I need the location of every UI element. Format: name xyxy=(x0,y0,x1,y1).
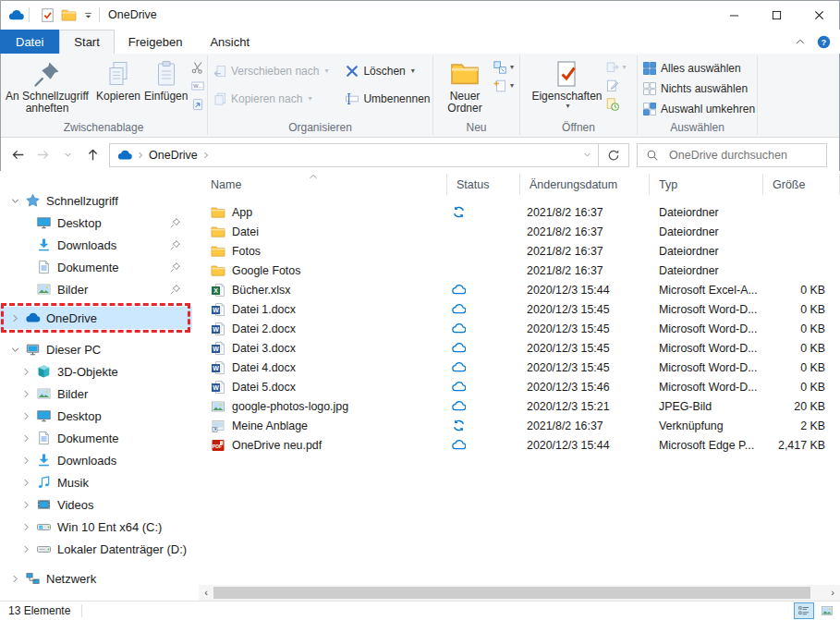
sidebar-item-3d-objekte[interactable]: 3D-Objekte xyxy=(0,360,192,383)
file-row-datei-4-docx[interactable]: WDatei 4.docx2020/12/3 15:45Microsoft Wo… xyxy=(199,358,840,377)
scroll-left-arrow[interactable]: ‹ xyxy=(199,585,213,601)
qat-new-folder-button[interactable] xyxy=(61,7,77,23)
copy-button[interactable]: Kopieren xyxy=(94,57,142,104)
sidebar-item-netzwerk[interactable]: Netzwerk xyxy=(0,567,192,590)
sidebar-item-bilder[interactable]: Bilder xyxy=(0,278,192,300)
select-none-button[interactable]: Nichts auswählen xyxy=(638,79,752,98)
sidebar-item-dokumente[interactable]: Dokumente xyxy=(0,427,192,449)
easy-access-button[interactable]: ▾ xyxy=(493,60,514,75)
minimize-button[interactable] xyxy=(712,0,755,30)
column-header-änderungsdatum[interactable]: Änderungsdatum xyxy=(519,174,649,195)
address-box[interactable]: OneDrive xyxy=(109,143,599,167)
cut-button[interactable] xyxy=(190,60,205,75)
invert-selection-button[interactable]: Auswahl umkehren xyxy=(638,100,757,118)
tab-start[interactable]: Start xyxy=(59,30,114,54)
file-row-meine-anblage[interactable]: Meine Anblage2021/8/2 16:37Verknüpfung2 … xyxy=(199,416,840,435)
search-box[interactable] xyxy=(637,143,827,167)
chevron-right-icon[interactable] xyxy=(18,389,33,399)
sidebar-item-downloads[interactable]: Downloads xyxy=(0,234,192,256)
tab-datei[interactable]: Datei xyxy=(0,30,59,54)
copy-path-button[interactable]: W... xyxy=(190,79,205,93)
open-button[interactable]: ▾ xyxy=(605,60,627,75)
chevron-right-icon[interactable] xyxy=(7,313,22,323)
column-header-größe[interactable]: Größe xyxy=(762,174,840,195)
recent-locations-button[interactable] xyxy=(55,143,80,167)
sidebar-item-bilder[interactable]: Bilder xyxy=(0,383,192,405)
sidebar-item-desktop[interactable]: Desktop xyxy=(0,405,192,427)
file-row-bücher-xlsx[interactable]: XBücher.xlsx2020/12/3 15:44Microsoft Exc… xyxy=(199,280,840,299)
scrollbar-thumb[interactable] xyxy=(213,587,810,599)
chevron-down-icon[interactable] xyxy=(7,345,22,355)
column-header-typ[interactable]: Typ xyxy=(649,174,762,195)
sidebar-item-schnellzugriff[interactable]: Schnellzugriff xyxy=(0,189,192,212)
new-item-button[interactable]: ▾ xyxy=(493,79,514,93)
breadcrumb-chevron-icon[interactable] xyxy=(201,151,211,160)
file-row-app[interactable]: App2021/8/2 16:37Dateiordner xyxy=(199,202,840,222)
view-details-button[interactable] xyxy=(794,602,814,619)
chevron-right-icon[interactable] xyxy=(18,456,33,466)
copy-to-button[interactable]: Kopieren nach ▾ xyxy=(208,89,333,109)
chevron-right-icon[interactable] xyxy=(18,500,33,510)
file-row-google-fotos[interactable]: Google Fotos2021/8/2 16:37Dateiordner xyxy=(199,261,840,280)
breadcrumb-segment[interactable]: OneDrive xyxy=(149,149,198,162)
sidebar-item-lokaler-datenträger-d[interactable]: Lokaler Datenträger (D:) xyxy=(0,538,192,560)
close-button[interactable] xyxy=(797,0,840,30)
maximize-button[interactable] xyxy=(755,0,797,30)
chevron-right-icon[interactable] xyxy=(18,433,33,444)
sidebar-item-win-10-ent-x64-c[interactable]: Win 10 Ent x64 (C:) xyxy=(0,516,192,538)
up-button[interactable] xyxy=(80,143,105,167)
tab-freigeben[interactable]: Freigeben xyxy=(115,30,197,54)
back-button[interactable] xyxy=(6,143,30,167)
pin-to-quick-access-button[interactable]: An Schnellzugriff anheften xyxy=(0,57,94,117)
chevron-right-icon[interactable] xyxy=(7,574,22,584)
open-icon xyxy=(605,60,620,75)
view-thumbnails-button[interactable] xyxy=(817,602,837,619)
sidebar-item-downloads[interactable]: Downloads xyxy=(0,449,192,471)
chevron-right-icon[interactable] xyxy=(18,544,33,554)
column-header-status[interactable]: Status xyxy=(446,174,519,195)
sidebar-item-musik[interactable]: Musik xyxy=(0,471,192,493)
chevron-right-icon[interactable] xyxy=(18,411,33,421)
file-row-onedrive-neu-pdf[interactable]: PDFOneDrive neu.pdf2020/12/3 15:44Micros… xyxy=(199,435,840,455)
sidebar-item-desktop[interactable]: Desktop xyxy=(0,212,192,234)
sidebar-item-onedrive[interactable]: OneDrive xyxy=(0,307,192,329)
qat-properties-button[interactable] xyxy=(40,7,55,23)
paste-shortcut-button[interactable] xyxy=(190,97,205,112)
forward-button[interactable] xyxy=(30,143,55,167)
collapse-ribbon-button[interactable] xyxy=(795,36,806,47)
help-button[interactable]: ? xyxy=(817,35,831,49)
sidebar-item-dokumente[interactable]: Dokumente xyxy=(0,256,192,278)
edit-button[interactable] xyxy=(605,79,620,93)
rename-button[interactable]: Umbenennen xyxy=(340,89,432,109)
file-row-datei-5-docx[interactable]: WDatei 5.docx2020/12/3 15:46Microsoft Wo… xyxy=(199,377,840,396)
tab-ansicht[interactable]: Ansicht xyxy=(196,30,263,54)
file-row-datei-1-docx[interactable]: WDatei 1.docx2020/12/3 15:45Microsoft Wo… xyxy=(199,299,840,319)
chevron-down-icon[interactable] xyxy=(7,196,22,206)
scroll-right-arrow[interactable]: › xyxy=(825,585,840,601)
history-button[interactable] xyxy=(605,97,620,112)
file-row-fotos[interactable]: Fotos2021/8/2 16:37Dateiordner xyxy=(199,241,840,261)
horizontal-scrollbar[interactable]: ‹ › xyxy=(199,585,840,601)
file-row-datei[interactable]: Datei2021/8/2 16:37Dateiordner xyxy=(199,222,840,241)
delete-button[interactable]: Löschen ▾ xyxy=(340,61,432,81)
file-row-datei-3-docx[interactable]: WDatei 3.docx2020/12/3 15:45Microsoft Wo… xyxy=(199,338,840,358)
properties-button[interactable]: Eigenschaften ▾ xyxy=(530,57,603,112)
search-input[interactable] xyxy=(667,148,818,163)
sidebar-item-videos[interactable]: Videos xyxy=(0,493,192,516)
chevron-right-icon[interactable] xyxy=(18,522,33,532)
file-row-google-photos-logo-jpg[interactable]: google-photos-logo.jpg2020/12/3 15:21JPE… xyxy=(199,396,840,416)
file-row-datei-2-docx[interactable]: WDatei 2.docx2020/12/3 15:45Microsoft Wo… xyxy=(199,319,840,338)
column-header-name[interactable]: Name xyxy=(199,174,446,195)
chevron-right-icon[interactable] xyxy=(18,367,33,377)
paste-button[interactable]: Einfügen xyxy=(142,57,189,104)
move-to-button[interactable]: Verschieben nach ▾ xyxy=(208,61,333,81)
select-all-button[interactable]: Alles auswählen xyxy=(638,59,746,78)
breadcrumb-chevron-icon[interactable] xyxy=(136,151,145,160)
chevron-right-icon[interactable] xyxy=(18,478,33,488)
refresh-button[interactable] xyxy=(599,143,629,167)
titlebar: OneDrive xyxy=(0,0,840,30)
new-folder-button[interactable]: Neuer Ordner xyxy=(438,57,492,117)
qat-customize-button[interactable] xyxy=(82,9,94,21)
address-dropdown-button[interactable] xyxy=(576,144,598,166)
sidebar-item-dieser-pc[interactable]: Dieser PC xyxy=(0,338,192,360)
